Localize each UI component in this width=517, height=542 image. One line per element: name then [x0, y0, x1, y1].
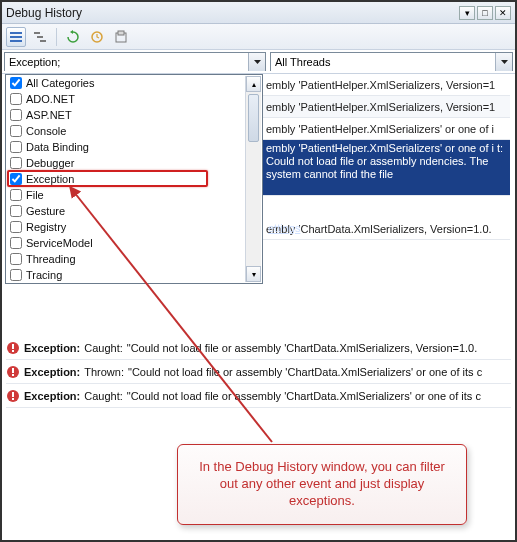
history-button[interactable] — [111, 27, 131, 47]
svg-rect-2 — [10, 40, 22, 42]
category-item-all-categories[interactable]: All Categories — [6, 75, 262, 91]
category-dropdown-button[interactable] — [248, 53, 265, 71]
svg-rect-4 — [37, 36, 43, 38]
body-area: All CategoriesADO.NETASP.NETConsoleData … — [2, 74, 515, 240]
category-filter-combo[interactable] — [4, 52, 266, 71]
svg-rect-16 — [12, 392, 14, 397]
svg-rect-10 — [12, 344, 14, 349]
event-row[interactable]: Exception: Caught: "Could not load file … — [6, 384, 511, 408]
callout-box: In the Debug History window, you can fil… — [177, 444, 467, 525]
scroll-down-button[interactable]: ▾ — [246, 266, 261, 282]
event-list-right: embly 'PatientHelper.XmlSerializers, Ver… — [262, 74, 510, 240]
threads-dropdown-button[interactable] — [495, 53, 512, 71]
refresh-button[interactable] — [63, 27, 83, 47]
svg-rect-0 — [10, 32, 22, 34]
svg-rect-14 — [12, 374, 14, 376]
event-message: "Could not load file or assembly 'ChartD… — [127, 390, 481, 402]
scroll-thumb[interactable] — [248, 94, 259, 142]
event-message: "Could not load file or assembly 'ChartD… — [128, 366, 482, 378]
event-message: "Could not load file or assembly 'ChartD… — [127, 342, 478, 354]
threads-filter-input[interactable] — [271, 53, 495, 71]
category-item-gesture[interactable]: Gesture — [6, 203, 262, 219]
category-label: All Categories — [26, 77, 94, 89]
window-menu-button[interactable]: ▾ — [459, 6, 475, 20]
category-label: Exception — [26, 173, 74, 185]
category-dropdown-list[interactable]: All CategoriesADO.NETASP.NETConsoleData … — [5, 74, 263, 284]
svg-rect-5 — [40, 40, 46, 42]
filter-bar — [2, 50, 515, 74]
svg-rect-11 — [12, 350, 14, 352]
event-row[interactable]: embly 'PatientHelper.XmlSerializers, Ver… — [262, 74, 510, 96]
chevron-down-icon — [254, 60, 261, 64]
category-checkbox[interactable] — [10, 269, 22, 281]
category-item-registry[interactable]: Registry — [6, 219, 262, 235]
dropdown-scrollbar[interactable]: ▴ ▾ — [245, 76, 261, 282]
clock-button[interactable] — [87, 27, 107, 47]
category-checkbox[interactable] — [10, 253, 22, 265]
category-item-tracing[interactable]: Tracing — [6, 267, 262, 283]
category-label: Tracing — [26, 269, 62, 281]
category-label: Console — [26, 125, 66, 137]
category-label: Threading — [26, 253, 76, 265]
scroll-up-button[interactable]: ▴ — [246, 76, 261, 92]
list-view-button[interactable] — [6, 27, 26, 47]
category-checkbox[interactable] — [10, 237, 22, 249]
event-label: Exception: — [24, 366, 80, 378]
maximize-button[interactable]: □ — [477, 6, 493, 20]
svg-rect-13 — [12, 368, 14, 373]
settings-link[interactable]: ettings — [268, 222, 300, 234]
category-checkbox[interactable] — [10, 173, 22, 185]
category-item-exception[interactable]: Exception — [6, 171, 262, 187]
category-label: File — [26, 189, 44, 201]
category-checkbox[interactable] — [10, 157, 22, 169]
tree-view-button[interactable] — [30, 27, 50, 47]
callout-text: In the Debug History window, you can fil… — [199, 459, 445, 508]
toolbar — [2, 24, 515, 50]
event-row[interactable]: embly 'PatientHelper.XmlSerializers' or … — [262, 118, 510, 140]
category-label: Registry — [26, 221, 66, 233]
svg-rect-1 — [10, 36, 22, 38]
event-row-selected[interactable]: embly 'PatientHelper.XmlSerializers' or … — [262, 140, 510, 196]
category-item-debugger[interactable]: Debugger — [6, 155, 262, 171]
category-item-ado-net[interactable]: ADO.NET — [6, 91, 262, 107]
svg-rect-3 — [34, 32, 40, 34]
category-item-console[interactable]: Console — [6, 123, 262, 139]
event-kind: Thrown: — [84, 366, 124, 378]
category-checkbox[interactable] — [10, 189, 22, 201]
event-kind: Caught: — [84, 342, 123, 354]
category-checkbox[interactable] — [10, 77, 22, 89]
titlebar: Debug History ▾ □ ✕ — [2, 2, 515, 24]
category-label: ADO.NET — [26, 93, 75, 105]
category-checkbox[interactable] — [10, 125, 22, 137]
event-row[interactable]: Exception: Caught: "Could not load file … — [6, 336, 511, 360]
category-filter-input[interactable] — [5, 53, 248, 71]
category-item-file[interactable]: File — [6, 187, 262, 203]
category-checkbox[interactable] — [10, 221, 22, 233]
threads-filter-combo[interactable] — [270, 52, 513, 71]
event-row[interactable]: Exception: Thrown: "Could not load file … — [6, 360, 511, 384]
category-label: Debugger — [26, 157, 74, 169]
event-label: Exception: — [24, 342, 80, 354]
exception-icon — [6, 341, 20, 355]
close-button[interactable]: ✕ — [495, 6, 511, 20]
category-item-asp-net[interactable]: ASP.NET — [6, 107, 262, 123]
event-row[interactable]: embly 'PatientHelper.XmlSerializers, Ver… — [262, 96, 510, 118]
exception-icon — [6, 365, 20, 379]
category-checkbox[interactable] — [10, 141, 22, 153]
svg-rect-8 — [118, 31, 124, 35]
category-item-servicemodel[interactable]: ServiceModel — [6, 235, 262, 251]
event-label: Exception: — [24, 390, 80, 402]
category-item-data-binding[interactable]: Data Binding — [6, 139, 262, 155]
window-title: Debug History — [6, 6, 457, 20]
event-list-full: Exception: Caught: "Could not load file … — [6, 336, 511, 408]
category-checkbox[interactable] — [10, 109, 22, 121]
category-label: ServiceModel — [26, 237, 93, 249]
toolbar-separator — [56, 28, 57, 46]
category-label: Gesture — [26, 205, 65, 217]
category-label: ASP.NET — [26, 109, 72, 121]
category-checkbox[interactable] — [10, 205, 22, 217]
category-item-threading[interactable]: Threading — [6, 251, 262, 267]
svg-rect-17 — [12, 398, 14, 400]
category-checkbox[interactable] — [10, 93, 22, 105]
event-kind: Caught: — [84, 390, 123, 402]
